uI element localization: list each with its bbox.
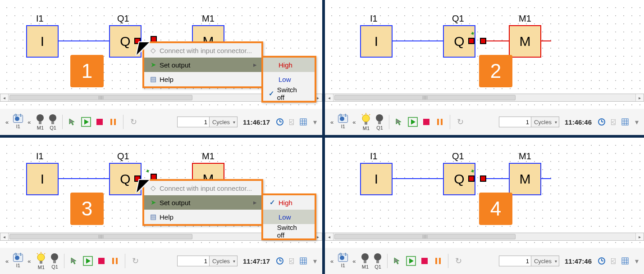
menu-help[interactable]: ▤ Help (144, 72, 261, 86)
stop-button[interactable] (94, 117, 105, 127)
q-output-port[interactable] (468, 38, 475, 44)
block-i[interactable]: I (360, 25, 393, 58)
play-button[interactable] (407, 117, 418, 127)
pause-button[interactable] (433, 256, 443, 266)
network-icon[interactable]: ⍃ (287, 117, 296, 126)
wire-q-m[interactable] (486, 178, 510, 179)
toolbar-prev2[interactable]: « (351, 258, 357, 265)
block-i[interactable]: I (360, 163, 393, 195)
pointer-tool-icon[interactable] (394, 117, 405, 127)
context-menu[interactable]: ◇ Connect with input connector... ➤ Set … (142, 41, 263, 88)
submenu-switch-off[interactable]: ✓ Switch off (263, 86, 315, 101)
block-i[interactable]: I (26, 25, 59, 58)
bulb-m1[interactable]: M1 (360, 252, 370, 270)
pause-button[interactable] (434, 117, 445, 127)
chevron-down-icon[interactable]: ▾ (632, 117, 641, 126)
menu-help[interactable]: ▤Help (144, 210, 261, 224)
table-icon[interactable] (621, 256, 630, 265)
set-output-submenu[interactable]: ✓ High Low Switch off (261, 193, 316, 240)
io-i1[interactable]: 01 I1 (338, 254, 348, 268)
cycles-input[interactable] (499, 117, 531, 127)
pause-button[interactable] (110, 256, 120, 266)
toolbar-prev2[interactable]: « (26, 119, 32, 126)
play-button[interactable] (81, 117, 91, 127)
toolbar-prev[interactable]: « (329, 258, 335, 265)
block-i[interactable]: I (26, 163, 59, 195)
scroll-right-button[interactable]: ▸ (635, 233, 644, 240)
io-i1[interactable]: 01 I1 (13, 115, 23, 129)
scroll-left-button[interactable]: ◂ (325, 94, 333, 101)
context-menu[interactable]: ◇Connect with input connector... ➤Set ou… (142, 179, 263, 226)
cycles-input[interactable] (177, 256, 210, 266)
cycles-unit-combo[interactable]: Cycles (210, 117, 238, 127)
block-m[interactable]: M (509, 163, 541, 195)
spare-port[interactable] (480, 38, 486, 44)
pointer-tool-icon[interactable] (69, 256, 80, 266)
submenu-high[interactable]: High (263, 58, 315, 72)
pause-button[interactable] (108, 117, 119, 127)
cycles-input[interactable] (177, 117, 210, 127)
reset-button[interactable]: ↻ (453, 256, 464, 266)
io-i1[interactable]: 01 I1 (13, 254, 23, 268)
io-i1[interactable]: 01 I1 (338, 115, 348, 129)
scroll-right-button[interactable]: ▸ (635, 94, 644, 101)
block-m[interactable]: M (509, 25, 541, 58)
clock-icon[interactable] (275, 256, 284, 265)
submenu-high[interactable]: ✓ High (263, 195, 315, 210)
submenu-switch-off[interactable]: Switch off (263, 224, 315, 238)
cycles-unit-combo[interactable]: Cycles (531, 256, 559, 266)
spare-port[interactable] (480, 175, 486, 182)
bulb-m1[interactable]: M1 (35, 113, 45, 130)
chevron-down-icon[interactable]: ▾ (311, 256, 320, 265)
pointer-tool-icon[interactable] (392, 256, 403, 266)
play-button[interactable] (406, 256, 416, 266)
scroll-left-button[interactable]: ◂ (0, 94, 9, 101)
chevron-down-icon[interactable]: ▾ (632, 256, 641, 265)
stop-button[interactable] (419, 256, 430, 266)
menu-set-output[interactable]: ➤ Set output ▸ (144, 58, 261, 72)
toolbar-prev[interactable]: « (329, 119, 335, 126)
toolbar-prev2[interactable]: « (26, 258, 32, 265)
bulb-q1[interactable]: Q1 (48, 113, 58, 130)
network-icon[interactable]: ⍃ (609, 256, 618, 265)
h-scrollbar[interactable]: ◂ ▸ (325, 233, 644, 241)
clock-icon[interactable] (597, 256, 606, 265)
stop-button[interactable] (96, 256, 107, 266)
network-icon[interactable]: ⍃ (609, 117, 618, 126)
scroll-left-button[interactable]: ◂ (325, 233, 333, 240)
cycles-unit-combo[interactable]: Cycles (210, 256, 238, 266)
table-icon[interactable] (299, 256, 308, 265)
wire-i-q[interactable] (59, 40, 109, 41)
switch-icon[interactable]: 01 (13, 115, 23, 123)
network-icon[interactable]: ⍃ (287, 256, 296, 265)
bulb-q1[interactable]: Q1 (50, 252, 59, 270)
reset-button[interactable]: ↻ (130, 256, 141, 266)
submenu-low[interactable]: Low (263, 72, 315, 86)
toolbar-prev[interactable]: « (4, 258, 10, 265)
reset-button[interactable]: ↻ (128, 117, 139, 127)
clock-icon[interactable] (275, 117, 284, 126)
bulb-m1-on[interactable]: M1 (360, 113, 372, 131)
wire-i-q[interactable] (393, 178, 443, 179)
play-button[interactable] (82, 256, 93, 266)
q-output-port[interactable] (468, 175, 475, 182)
pointer-tool-icon[interactable] (67, 117, 78, 127)
wire-q-m[interactable] (486, 40, 510, 41)
stop-button[interactable] (421, 117, 432, 127)
reset-button[interactable]: ↻ (455, 117, 466, 127)
bulb-q1[interactable]: Q1 (373, 252, 383, 270)
bulb-q1[interactable]: Q1 (375, 113, 384, 130)
cycles-unit-combo[interactable]: Cycles (531, 117, 559, 127)
set-output-submenu[interactable]: High Low ✓ Switch off (261, 56, 316, 103)
bulb-m1-on[interactable]: M1 (35, 252, 47, 270)
toolbar-prev[interactable]: « (4, 119, 10, 126)
table-icon[interactable] (299, 117, 308, 126)
wire-i-q[interactable] (59, 178, 109, 179)
cycles-input[interactable] (499, 256, 531, 266)
toolbar-prev2[interactable]: « (351, 119, 357, 126)
h-scrollbar[interactable]: ◂ ▸ (325, 94, 644, 102)
submenu-low[interactable]: Low (263, 210, 315, 224)
clock-icon[interactable] (597, 117, 606, 126)
wire-i-q[interactable] (393, 40, 443, 41)
scroll-left-button[interactable]: ◂ (0, 233, 9, 240)
